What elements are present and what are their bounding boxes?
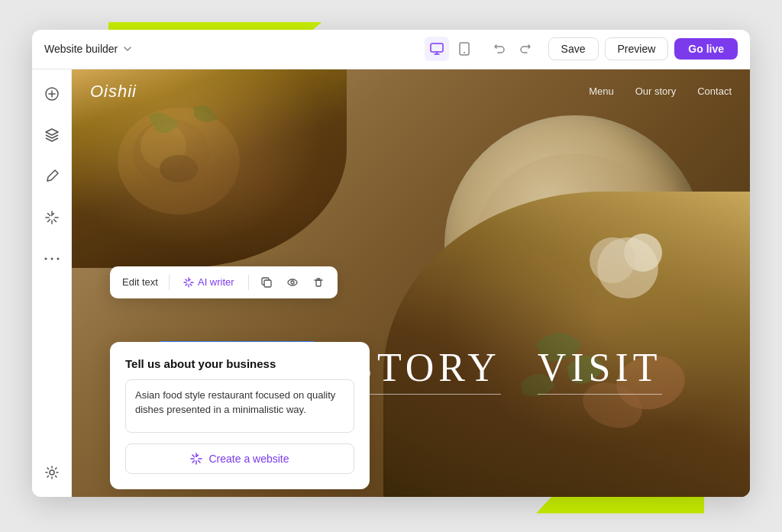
hero-word-visit-container: VISIT (538, 345, 662, 390)
svg-rect-23 (316, 280, 321, 286)
underline-visit (538, 394, 662, 395)
svg-point-15 (597, 237, 658, 298)
app-window: Website builder (32, 30, 750, 503)
create-website-button[interactable]: Create a website (125, 443, 354, 474)
sidebar (32, 69, 72, 497)
sidebar-item-brush[interactable] (38, 163, 66, 190)
undo-button[interactable] (489, 37, 512, 60)
delete-button[interactable] (307, 271, 330, 294)
add-icon (44, 86, 60, 102)
svg-point-21 (288, 279, 297, 285)
undo-icon (494, 43, 506, 55)
edit-text-label: Edit text (118, 273, 163, 291)
eye-button[interactable] (281, 271, 304, 294)
svg-point-10 (141, 123, 186, 169)
desktop-icon (430, 42, 444, 56)
sparkle-btn-icon (190, 453, 202, 465)
svg-point-8 (118, 108, 240, 214)
food-decoration-right (383, 192, 750, 497)
builder-label: Website builder (44, 43, 118, 55)
canvas-logo: Oishii (90, 82, 137, 102)
eye-icon (286, 276, 299, 289)
sidebar-item-sparkle[interactable] (38, 204, 66, 231)
nav-link-menu[interactable]: Menu (589, 85, 614, 97)
trash-icon (312, 276, 325, 289)
sidebar-item-layers[interactable] (38, 121, 66, 149)
redo-button[interactable] (513, 37, 536, 60)
builder-dropdown[interactable]: Website builder (44, 43, 133, 55)
redo-icon (519, 43, 531, 55)
hero-word-story-container: STORY (351, 345, 501, 390)
svg-point-6 (57, 257, 59, 260)
underline-story (351, 394, 501, 395)
svg-point-17 (590, 237, 635, 283)
toolbar-divider (169, 275, 170, 290)
ai-panel-title: Tell us about your business (125, 357, 354, 370)
canvas-area[interactable]: Oishii Menu Our story Contact Edit text (72, 69, 750, 497)
device-switcher (425, 37, 477, 61)
sidebar-item-settings[interactable] (38, 459, 66, 486)
chevron-down-icon (122, 44, 133, 54)
desktop-view-button[interactable] (425, 37, 449, 61)
hero-word-story[interactable]: STORY (351, 346, 501, 389)
copy-icon (260, 276, 273, 289)
sparkle-icon (183, 277, 194, 288)
mobile-icon (458, 42, 470, 56)
ai-writer-button[interactable]: AI writer (176, 272, 242, 292)
svg-point-16 (624, 234, 662, 272)
hero-word-visit[interactable]: VISIT (538, 346, 662, 389)
svg-point-22 (291, 281, 294, 284)
create-website-label: Create a website (208, 453, 289, 465)
more-icon (44, 257, 60, 260)
svg-rect-0 (431, 44, 443, 52)
nav-link-story[interactable]: Our story (635, 85, 676, 97)
sparkle-icon (44, 210, 60, 225)
history-controls (489, 37, 536, 60)
sidebar-item-more[interactable] (38, 245, 66, 272)
svg-point-11 (160, 155, 198, 182)
ai-panel: Tell us about your business Create a web… (110, 342, 370, 489)
ai-panel-textarea[interactable] (125, 379, 354, 433)
food-image-right (383, 192, 750, 497)
sidebar-item-add[interactable] (38, 80, 66, 108)
save-button[interactable]: Save (548, 37, 599, 60)
canvas-nav: Oishii Menu Our story Contact (72, 69, 750, 114)
copy-button[interactable] (255, 271, 278, 294)
nav-link-contact[interactable]: Contact (697, 85, 732, 97)
brush-icon (44, 169, 60, 184)
layers-icon (44, 127, 60, 143)
mobile-view-button[interactable] (452, 37, 477, 61)
topbar-actions: Save Preview Go live (425, 37, 738, 61)
ai-writer-label: AI writer (198, 276, 234, 288)
svg-rect-20 (264, 280, 271, 287)
svg-point-2 (464, 52, 465, 53)
toolbar-divider-2 (248, 275, 249, 290)
topbar: Website builder (32, 30, 750, 69)
sparkle-icon-btn (190, 453, 202, 465)
window-frame: Website builder (32, 30, 750, 497)
svg-point-9 (133, 119, 209, 188)
golive-button[interactable]: Go live (674, 38, 738, 60)
svg-point-4 (44, 257, 47, 260)
svg-point-5 (50, 257, 53, 260)
main-area: Oishii Menu Our story Contact Edit text (32, 69, 750, 497)
float-toolbar: Edit text AI writer (110, 266, 338, 298)
settings-icon (44, 465, 60, 480)
sparkle-small-icon (183, 277, 194, 288)
canvas-nav-links: Menu Our story Contact (589, 85, 732, 97)
svg-point-7 (50, 470, 54, 475)
preview-button[interactable]: Preview (605, 37, 669, 60)
